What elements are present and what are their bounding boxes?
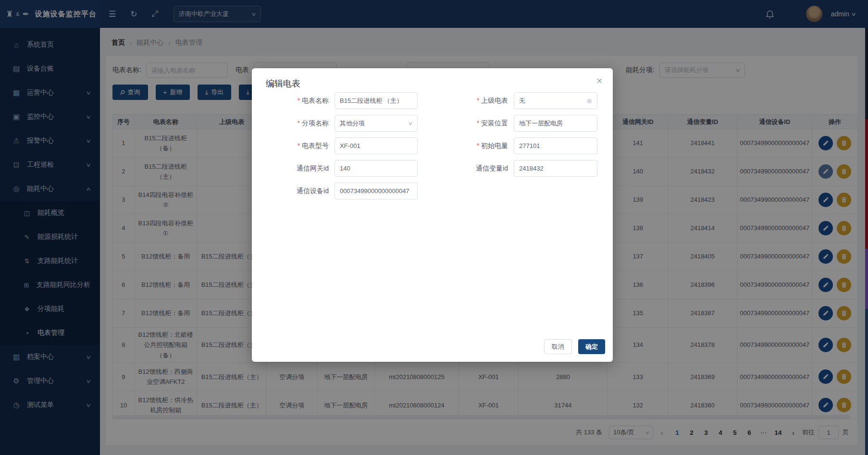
field-label: 通信变量id: [423, 164, 508, 173]
field-input[interactable]: [519, 142, 592, 149]
confirm-button[interactable]: 确定: [578, 339, 605, 354]
close-icon[interactable]: ×: [596, 76, 602, 86]
field-input[interactable]: [340, 165, 412, 172]
field-input[interactable]: [340, 187, 412, 195]
field-label: 通信设备id: [265, 187, 329, 196]
field-label: 电表型号: [265, 142, 329, 150]
field-input[interactable]: [519, 120, 592, 127]
edit-meter-dialog: 编辑电表 × 电表名称上级电表无⊗分项名称其他分项∨安装位置电表型号初始电量通信…: [252, 68, 613, 362]
field-label: 电表名称: [265, 97, 329, 105]
chevron-down-icon: ∨: [408, 120, 413, 126]
field-value: 其他分项: [340, 119, 365, 128]
field-input[interactable]: [340, 97, 412, 104]
cancel-button[interactable]: 取消: [544, 339, 572, 354]
field-label: 通信网关id: [265, 164, 329, 173]
field-label: 安装位置: [423, 119, 508, 128]
field-input: [514, 160, 597, 177]
dialog-title: 编辑电表: [266, 78, 300, 89]
field-label: 上级电表: [423, 97, 508, 105]
field-select-clear[interactable]: 无⊗: [514, 92, 597, 109]
field-value: 无: [519, 97, 525, 105]
field-label: 分项名称: [265, 119, 329, 128]
field-input[interactable]: [340, 142, 412, 149]
field-input: [335, 92, 418, 109]
clear-circle-icon[interactable]: ⊗: [586, 97, 592, 105]
field-input: [335, 137, 418, 154]
field-input[interactable]: [519, 165, 592, 172]
field-input: [335, 183, 418, 199]
field-input: [514, 137, 597, 154]
field-label: 初始电量: [423, 142, 508, 150]
field-select[interactable]: 其他分项∨: [335, 115, 418, 132]
field-input: [514, 115, 597, 132]
field-input: [335, 160, 418, 177]
